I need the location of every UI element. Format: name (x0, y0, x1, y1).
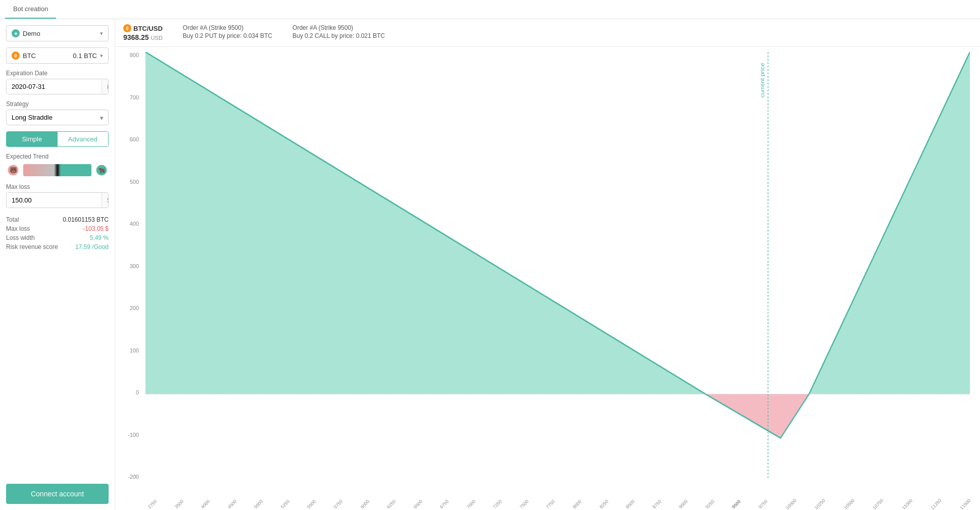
risk-revenue-value: 17.59 /Good (75, 243, 109, 250)
simple-tab-button[interactable]: Simple (7, 132, 58, 146)
btc-badge-icon (123, 24, 131, 32)
btc-icon (12, 52, 20, 60)
y-label-neg200: -200 (128, 474, 139, 480)
btc-selector[interactable]: BTC 0.1 BTC ▾ (6, 47, 109, 64)
x-label-5750: 5750 (333, 499, 344, 509)
expiration-date-row: in 9 days ▾ (6, 79, 109, 94)
bear-icon: 🐻 (6, 163, 20, 177)
connect-account-button[interactable]: Connect account (6, 484, 109, 504)
tab-bar: Bot creation (0, 0, 980, 19)
max-loss-input[interactable] (7, 193, 102, 208)
right-panel: BTC/USD 9368.25 USD Order #A (Strike 950… (115, 19, 980, 510)
x-label-9250: 9250 (705, 499, 715, 509)
expected-trend-label: Expected Trend (6, 153, 109, 160)
expiration-date-input[interactable] (7, 79, 102, 94)
x-label-10500: 10500 (843, 498, 855, 510)
x-label-3500: 3500 (173, 499, 184, 509)
advanced-tab-button[interactable]: Advanced (58, 132, 109, 146)
loss-width-stat-row: Loss width 5.49 % (6, 234, 109, 241)
x-label-9500: 9500 (731, 499, 742, 509)
y-label-200: 200 (130, 305, 139, 311)
x-label-6500: 6500 (413, 499, 423, 509)
x-label-2750: 2750 (147, 499, 158, 509)
trend-bar[interactable] (23, 164, 91, 176)
max-loss-section: Max loss $ (6, 183, 109, 208)
loss-width-label: Loss width (6, 234, 35, 241)
bot-creation-tab[interactable]: Bot creation (5, 0, 56, 19)
max-loss-stat-row: Max loss -103.05 $ (6, 225, 109, 232)
expiration-days: in 9 days (102, 80, 109, 94)
x-label-11250: 11250 (930, 498, 943, 510)
demo-chevron-icon: ▾ (100, 30, 103, 37)
profit-loss-chart: current price (145, 52, 970, 480)
y-label-0: 0 (136, 389, 139, 395)
order2-title: Order #A (Strike 9500) (292, 24, 385, 31)
btc-label: BTC (23, 52, 73, 60)
x-label-4500: 4500 (227, 499, 237, 509)
demo-label: Demo (23, 30, 97, 37)
left-panel: Demo ▾ BTC 0.1 BTC ▾ Expiration Date in … (0, 19, 115, 510)
strategy-dropdown[interactable]: Long Straddle Long Strangle Short Stradd… (6, 110, 109, 125)
svg-text:🐂: 🐂 (98, 166, 106, 174)
loss-area (706, 394, 809, 438)
x-axis-labels: 2750 3500 4000 4500 5000 5250 5500 5750 … (145, 502, 970, 507)
chart-area: 800 700 600 500 400 300 200 100 0 -100 -… (115, 47, 980, 510)
btc-amount: 0.1 BTC (73, 52, 97, 60)
btc-chevron-icon: ▾ (100, 53, 103, 59)
x-label-5250: 5250 (280, 499, 290, 509)
max-loss-row: $ (6, 192, 109, 208)
strategy-section: Strategy Long Straddle Long Strangle Sho… (6, 100, 109, 125)
demo-selector[interactable]: Demo ▾ (6, 25, 109, 41)
x-label-9750: 9750 (758, 499, 768, 509)
y-label-700: 700 (130, 94, 139, 100)
pair-price-block: BTC/USD 9368.25 USD (123, 24, 163, 41)
x-label-8500: 8500 (625, 499, 635, 509)
bull-icon: 🐂 (94, 163, 109, 177)
svg-text:🐻: 🐻 (10, 166, 17, 174)
x-label-10750: 10750 (872, 498, 885, 510)
current-price-text: current price (759, 63, 765, 97)
loss-width-value: 5.49 % (90, 234, 109, 241)
x-label-8750: 8750 (652, 499, 662, 509)
order1-block: Order #A (Strike 9500) Buy 0.2 PUT by pr… (183, 24, 272, 39)
order1-title: Order #A (Strike 9500) (183, 24, 272, 31)
stats-section: Total 0.01601153 BTC Max loss -103.05 $ … (6, 216, 109, 250)
risk-revenue-label: Risk revenue score (6, 243, 58, 250)
y-axis-labels: 800 700 600 500 400 300 200 100 0 -100 -… (115, 52, 143, 480)
max-loss-stat-value: -103.05 $ (83, 225, 109, 232)
x-label-9000: 9000 (678, 499, 689, 509)
x-label-4000: 4000 (200, 499, 211, 509)
x-label-6000: 6000 (359, 499, 370, 509)
max-loss-label: Max loss (6, 183, 109, 190)
x-label-6750: 6750 (439, 499, 450, 509)
demo-icon (12, 29, 20, 37)
x-label-7250: 7250 (492, 499, 503, 509)
y-label-400: 400 (130, 221, 139, 227)
x-label-10250: 10250 (814, 498, 826, 510)
risk-revenue-stat-row: Risk revenue score 17.59 /Good (6, 243, 109, 250)
strategy-label: Strategy (6, 100, 109, 108)
strategy-select-wrapper: Long Straddle Long Strangle Short Stradd… (6, 110, 109, 125)
usd-label: USD (151, 35, 163, 41)
x-label-5500: 5500 (306, 499, 317, 509)
total-value: 0.01601153 BTC (63, 216, 109, 223)
price-label: 9368.25 (123, 33, 149, 41)
y-label-800: 800 (130, 52, 139, 58)
trend-slider[interactable]: 🐻 🐂 (6, 163, 109, 177)
x-label-7000: 7000 (466, 499, 476, 509)
x-label-5000: 5000 (253, 499, 264, 509)
y-label-neg100: -100 (128, 432, 139, 438)
x-label-11000: 11000 (901, 498, 913, 510)
x-label-8000: 8000 (572, 499, 582, 509)
x-label-7750: 7750 (545, 499, 556, 509)
btc-usd-badge: BTC/USD (123, 24, 163, 32)
total-stat-row: Total 0.01601153 BTC (6, 216, 109, 223)
profit-area (145, 52, 970, 394)
order1-detail: Buy 0.2 PUT by price: 0.034 BTC (183, 32, 272, 39)
x-label-11500: 11500 (959, 498, 972, 510)
y-label-600: 600 (130, 136, 139, 142)
x-label-10000: 10000 (785, 498, 797, 510)
x-label-6250: 6250 (386, 499, 397, 509)
x-label-7500: 7500 (519, 499, 529, 509)
mode-toggle: Simple Advanced (6, 131, 109, 147)
